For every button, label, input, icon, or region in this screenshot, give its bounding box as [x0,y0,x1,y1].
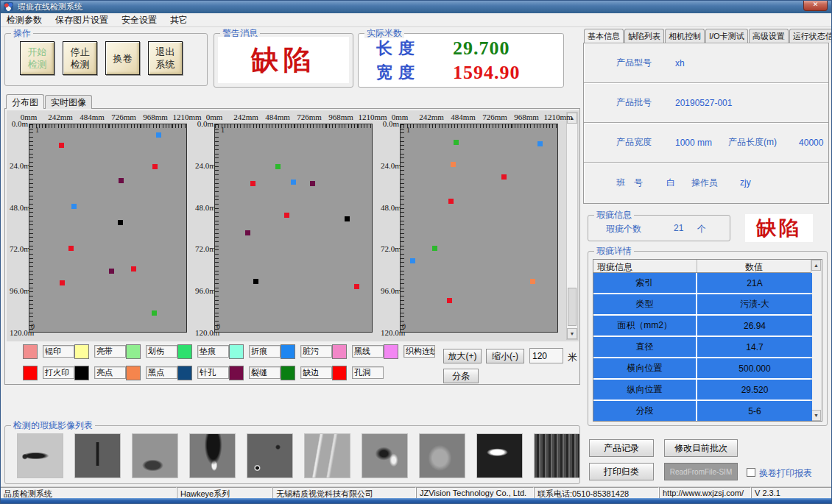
operation-button[interactable]: 换卷 [105,41,140,75]
reprint-checkbox-label: 换卷打印报表 [759,467,812,480]
y-tick-label: 24.0m [195,161,214,170]
legend-label-input[interactable]: 亮点 [94,366,126,379]
menu-item[interactable]: 其它 [163,13,194,26]
defect-thumbnail[interactable] [189,433,236,478]
x-tick-label: 484mm [265,113,290,121]
plot-area[interactable]: 10 [214,124,373,333]
product-info-value: zjy [740,177,751,188]
tab-right-5[interactable]: 运行状态信息 [789,29,832,43]
legend-label-input[interactable]: 缺边 [300,366,332,379]
tab-right-3[interactable]: I/O卡测试 [705,29,748,43]
legend-label-input[interactable]: 裂缝 [249,366,281,379]
menu-item[interactable]: 安全设置 [115,13,163,26]
modify-batch-button[interactable]: 修改目前批次 [664,439,738,457]
defect-thumbnail[interactable] [534,433,580,478]
legend-color-swatch [126,366,141,380]
y-tick-label: 72.0m [381,244,399,253]
operation-button[interactable]: 停止 检测 [63,41,97,75]
defect-point [454,140,459,145]
table-scroll-up-icon[interactable]: ▲ [811,260,821,271]
legend-label-input[interactable]: 脏污 [300,345,332,358]
defect-thumbnail[interactable] [419,433,465,478]
tab-left-0[interactable]: 分布图 [6,94,44,109]
defect-count-group: 瑕疵信息 瑕疵个数 21 个 [588,215,730,241]
meters-input[interactable] [529,348,563,363]
legend-label-input[interactable]: 划伤 [146,345,177,358]
table-row[interactable]: 类型污渍-大 [593,294,812,314]
scroll-down-icon[interactable]: ▼ [567,328,577,339]
defect-thumbnail[interactable] [362,433,408,478]
legend-label-input[interactable]: 黑点 [146,366,177,379]
table-row[interactable]: 直径14.7 [593,337,812,357]
tab-right-4[interactable]: 高级设置 [749,29,789,43]
zoom-in-button[interactable]: 放大(+) [443,349,482,363]
product-info-row: 班 号白操作员zjy [584,163,828,202]
origin-label: 0 [216,322,220,330]
plot-area[interactable]: 10 [400,124,558,333]
product-record-button[interactable]: 产品记录 [589,439,654,457]
defect-alert-text: 缺陷 [756,215,802,241]
meters-group-legend: 实际米数 [364,28,404,38]
operation-button[interactable]: 开始 检测 [20,41,54,75]
table-cell-key: 分段 [593,401,697,421]
legend-label-input[interactable]: 亮带 [94,345,126,358]
table-row[interactable]: 纵向位置29.520 [593,380,812,400]
legend-color-swatch [74,366,89,380]
zoom-out-button[interactable]: 缩小(-) [486,349,524,363]
table-row[interactable]: 横向位置500.000 [593,358,812,378]
legend-label-input[interactable]: 织构连线 [403,345,435,358]
scroll-thumb[interactable] [568,288,577,326]
reprint-checkbox[interactable] [747,468,755,477]
defect-thumbnail[interactable] [247,433,293,478]
tab-right-2[interactable]: 相机控制 [665,29,705,43]
defect-thumbnail[interactable] [17,433,63,478]
table-row[interactable]: 索引21A [593,273,812,293]
menu-item[interactable]: 保存图片设置 [49,13,115,26]
meter-value: 29.700 [453,38,510,60]
split-button[interactable]: 分条 [443,369,479,383]
plot-area[interactable]: 10 [29,124,187,333]
defect-point [432,246,437,251]
legend-label-input[interactable]: 打火印 [43,366,74,379]
legend-color-swatch [126,344,141,359]
print-classify-button[interactable]: 打印归类 [589,463,654,480]
x-tick-label: 1210mm [543,113,572,121]
legend-label-input[interactable]: 折痕 [249,345,281,358]
operation-button[interactable]: 退出 系统 [148,41,183,75]
defect-thumbnail[interactable] [304,433,350,478]
legend-label-input[interactable]: 垫痕 [197,345,229,358]
defect-point [310,181,315,186]
legend-label-input[interactable]: 黑线 [352,345,384,358]
tab-right-1[interactable]: 缺陷列表 [624,29,664,43]
plots-vertical-scrollbar[interactable]: ▲ ▼ [566,112,578,340]
table-scrollbar[interactable]: ▲ ▼ [811,260,822,421]
defect-thumbnail[interactable] [132,433,178,478]
defect-point [275,164,281,169]
menu-item[interactable]: 检测参数 [0,13,49,26]
table-row[interactable]: 分段5-6 [593,401,812,421]
status-bar: 品质检测系统Hawkeye系列无锡精质视觉科技有限公司JZVision Tech… [0,486,832,498]
table-row[interactable]: 面积（mm2）26.94 [593,316,812,336]
legend-color-swatch [177,344,192,359]
meters-unit-label: 米 [568,351,577,364]
warning-message: 缺陷 [251,42,316,79]
distribution-tab-page: ▲ ▼ 0mm242mm484mm726mm968mm1210mm0.0m24.… [4,108,580,385]
table-cell-value: 21A [697,273,812,293]
table-scroll-down-icon[interactable]: ▼ [811,410,821,421]
y-tick-label: 72.0m [10,244,28,253]
legend-color-swatch [281,344,295,359]
tab-right-0[interactable]: 基本信息 [584,29,624,43]
tab-left-1[interactable]: 实时图像 [45,95,92,109]
taskbar-strip [0,498,832,504]
legend-label-input[interactable]: 辊印 [43,345,74,358]
defect-point [410,258,415,263]
x-tick-label: 726mm [297,113,322,121]
product-info-row: 产品型号xh [584,43,828,83]
y-tick-label: 48.0m [381,203,399,212]
operation-group: 操作 开始 检测停止 检测换卷退出 系统 [4,33,208,86]
legend-label-input[interactable]: 孔洞 [352,366,384,379]
defect-thumbnail[interactable] [476,433,523,478]
close-icon[interactable]: ✕ [803,0,828,11]
defect-thumbnail[interactable] [74,433,121,478]
legend-label-input[interactable]: 针孔 [197,366,229,379]
